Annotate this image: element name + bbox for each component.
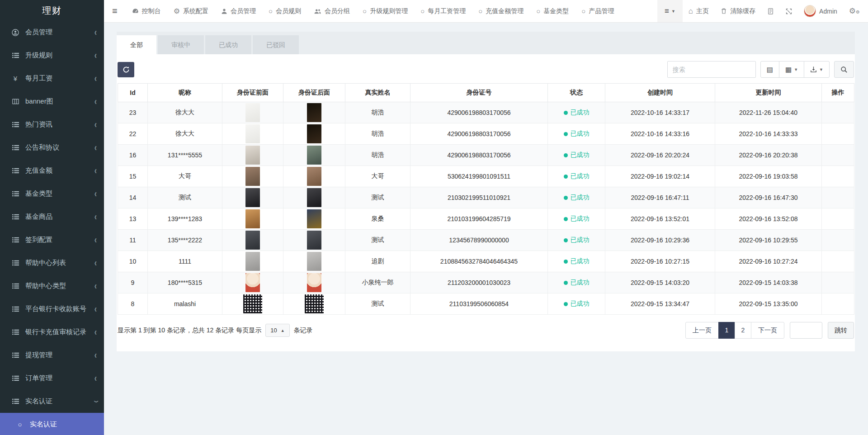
idcard-back-image[interactable] <box>305 294 324 313</box>
idcard-front-image[interactable] <box>245 252 260 271</box>
cell-id-number: 210103199604285719 <box>410 208 548 230</box>
idcard-back-image[interactable] <box>307 167 321 186</box>
sidebar-item[interactable]: 公告和协议‹ <box>0 136 104 159</box>
page-size-select[interactable]: 10 ▲ <box>265 324 289 337</box>
nav-item[interactable]: ○充值金额管理 <box>472 0 530 22</box>
sidebar-item[interactable]: 帮助中心类型‹ <box>0 274 104 298</box>
topbar-right: ≡ ▼ ⌂ 主页 清除缓存 Admin ⚙⚙ <box>657 0 868 22</box>
column-header[interactable]: 身份证前面 <box>222 84 283 102</box>
tab-active[interactable]: 全部 <box>117 35 156 54</box>
column-header[interactable]: 创建时间 <box>605 84 715 102</box>
cell-updated: 2022-09-16 10:27:24 <box>715 251 822 272</box>
sidebar-item[interactable]: 订单管理‹ <box>0 367 104 390</box>
nav-item[interactable]: ○产品管理 <box>575 0 620 22</box>
tab-inactive[interactable]: 已成功 <box>205 35 251 54</box>
idcard-back-image[interactable] <box>307 103 321 122</box>
sidebar-item[interactable]: 热门资讯‹ <box>0 113 104 136</box>
column-header[interactable]: 真实姓名 <box>345 84 410 102</box>
idcard-back-image[interactable] <box>307 209 321 228</box>
export-button[interactable]: ▼ <box>804 61 830 78</box>
idcard-back-image[interactable] <box>307 124 321 143</box>
search-button[interactable] <box>834 61 854 78</box>
caret-down-icon: ▼ <box>794 67 798 72</box>
tab-inactive[interactable]: 已驳回 <box>253 35 299 54</box>
idcard-front-image[interactable] <box>243 294 262 313</box>
sidebar-item-label: 每月工资 <box>25 74 52 83</box>
idcard-front-image[interactable] <box>245 167 260 186</box>
sidebar-item-label: 基金类型 <box>25 189 52 198</box>
idcard-front-image[interactable] <box>245 273 260 292</box>
nav-item[interactable]: ○每月工资管理 <box>414 0 472 22</box>
idcard-back-image[interactable] <box>307 146 321 165</box>
page-number-button[interactable]: 2 <box>735 322 751 339</box>
refresh-button[interactable] <box>118 62 134 77</box>
idcard-front-image[interactable] <box>245 124 260 143</box>
idcard-front-image[interactable] <box>245 188 260 207</box>
sidebar-item[interactable]: 基金类型‹ <box>0 182 104 205</box>
idcard-front-image[interactable] <box>245 231 260 250</box>
search-input[interactable] <box>667 61 756 78</box>
next-page-button[interactable]: 下一页 <box>751 322 784 339</box>
user-menu[interactable]: Admin <box>798 0 843 22</box>
sidebar-item[interactable]: 充值金额‹ <box>0 159 104 182</box>
circle-icon: ○ <box>478 8 482 14</box>
status-dot <box>564 238 568 242</box>
home-button[interactable]: ⌂ 主页 <box>683 0 715 22</box>
sidebar-item[interactable]: 平台银行卡收款账号‹ <box>0 298 104 321</box>
sidebar-subitem[interactable]: ○实名认证 <box>0 413 104 435</box>
idcard-back-image[interactable] <box>307 188 321 207</box>
column-header[interactable]: 昵称 <box>148 84 222 102</box>
status-dot <box>564 132 568 136</box>
column-header[interactable]: 状态 <box>548 84 605 102</box>
clear-cache-button[interactable]: 清除缓存 <box>715 0 761 22</box>
nav-item[interactable]: 控制台 <box>126 0 167 22</box>
idcard-back-image[interactable] <box>307 273 321 292</box>
nav-item[interactable]: ○升级规则管理 <box>356 0 414 22</box>
idcard-front-image[interactable] <box>245 146 260 165</box>
nav-item[interactable]: 会员管理 <box>215 0 262 22</box>
jump-button[interactable]: 跳转 <box>828 322 854 339</box>
list-icon <box>11 167 20 174</box>
detail-view-button[interactable]: ▤ <box>760 61 779 78</box>
cell-id: 10 <box>118 251 148 272</box>
cell-updated: 2022-09-16 10:29:55 <box>715 230 822 251</box>
idcard-back-image[interactable] <box>307 231 321 250</box>
column-header[interactable]: 操作 <box>822 84 854 102</box>
sidebar-item[interactable]: 提现管理‹ <box>0 344 104 367</box>
sidebar-item[interactable]: 升级规则‹ <box>0 44 104 67</box>
fullscreen-button[interactable] <box>780 0 798 22</box>
sidebar-item[interactable]: 基金商品‹ <box>0 205 104 228</box>
gears-icon: ⚙⚙ <box>849 6 860 16</box>
docs-button[interactable] <box>761 0 780 22</box>
column-header[interactable]: Id <box>118 84 148 102</box>
sidebar-item[interactable]: 帮助中心列表‹ <box>0 251 104 274</box>
column-header[interactable]: 更新时间 <box>715 84 822 102</box>
jump-page-input[interactable] <box>790 322 822 339</box>
topbar: ≡ 控制台⚙系统配置会员管理○会员规则会员分组○升级规则管理○每月工资管理○充值… <box>104 0 868 23</box>
sidebar-item[interactable]: 签到配置‹ <box>0 228 104 251</box>
idcard-back-image[interactable] <box>307 252 321 271</box>
page-number-button[interactable]: 1 <box>718 322 735 339</box>
nav-item[interactable]: ⚙系统配置 <box>167 0 215 22</box>
sidebar-item[interactable]: 实名认证‹ <box>0 390 104 413</box>
tabs-list-dropdown[interactable]: ≡ ▼ <box>657 0 683 22</box>
sidebar-item[interactable]: 银行卡充值审核记录‹ <box>0 321 104 344</box>
idcard-front-image[interactable] <box>245 103 260 122</box>
settings-button[interactable]: ⚙⚙ <box>843 0 868 22</box>
previous-page-button[interactable]: 上一页 <box>685 322 719 339</box>
nav-item[interactable]: 会员分组 <box>307 0 356 22</box>
nav-item[interactable]: ○基金类型 <box>530 0 575 22</box>
card-view-button[interactable]: ▦▼ <box>779 61 804 78</box>
sidebar-toggle-button[interactable]: ≡ <box>104 0 126 22</box>
column-header[interactable]: 身份证号 <box>410 84 548 102</box>
sidebar-item[interactable]: ¥每月工资‹ <box>0 67 104 90</box>
pagination-summary: 显示第 1 到第 10 条记录，总共 12 条记录 每页显示 <box>118 326 261 335</box>
tab-inactive[interactable]: 审核中 <box>158 35 204 54</box>
sidebar-item[interactable]: banner图‹ <box>0 90 104 113</box>
idcard-front-image[interactable] <box>245 209 260 228</box>
sidebar-item[interactable]: 会员管理‹ <box>0 21 104 44</box>
nav-item-label: 产品管理 <box>589 7 614 15</box>
cell-updated: 2022-09-16 19:03:58 <box>715 166 822 187</box>
nav-item[interactable]: ○会员规则 <box>262 0 307 22</box>
column-header[interactable]: 身份证后面 <box>283 84 345 102</box>
